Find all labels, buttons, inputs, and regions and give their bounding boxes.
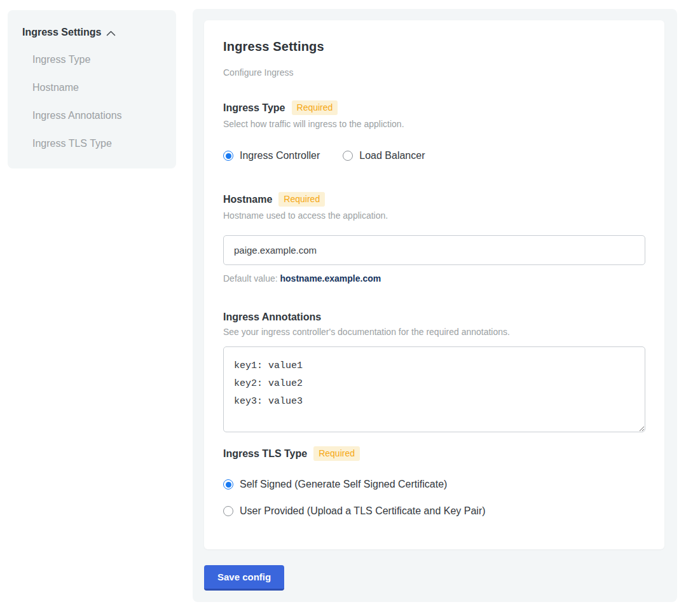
sidebar-item-hostname[interactable]: Hostname bbox=[32, 82, 165, 93]
radio-button-icon[interactable] bbox=[223, 506, 233, 516]
sidebar-item-list: Ingress Type Hostname Ingress Annotation… bbox=[32, 54, 165, 149]
hostname-help: Hostname used to access the application. bbox=[223, 210, 645, 221]
section-hostname: Hostname Required Hostname used to acces… bbox=[223, 192, 645, 284]
config-card: Ingress Settings Configure Ingress Ingre… bbox=[204, 20, 664, 549]
hostname-input[interactable] bbox=[223, 235, 645, 265]
config-nav-sidebar: Ingress Settings Ingress Type Hostname I… bbox=[8, 10, 176, 168]
radio-option-self-signed[interactable]: Self Signed (Generate Self Signed Certif… bbox=[223, 479, 645, 490]
radio-label[interactable]: Load Balancer bbox=[359, 150, 425, 161]
ingress-annotations-textarea[interactable]: key1: value1 key2: value2 key3: value3 bbox=[223, 346, 645, 432]
ingress-tls-radio-group: Self Signed (Generate Self Signed Certif… bbox=[223, 479, 645, 517]
required-badge: Required bbox=[292, 100, 338, 115]
radio-button-checked-icon[interactable] bbox=[223, 151, 233, 161]
section-ingress-tls-type: Ingress TLS Type Required Self Signed (G… bbox=[223, 446, 645, 517]
page-title: Ingress Settings bbox=[223, 39, 645, 54]
radio-option-ingress-controller[interactable]: Ingress Controller bbox=[223, 150, 320, 161]
sidebar-group-title: Ingress Settings bbox=[22, 27, 101, 38]
ingress-annotations-help: See your ingress controller's documentat… bbox=[223, 327, 645, 337]
radio-button-checked-icon[interactable] bbox=[223, 479, 233, 489]
radio-label[interactable]: Self Signed (Generate Self Signed Certif… bbox=[240, 479, 447, 490]
ingress-tls-type-label: Ingress TLS Type bbox=[223, 448, 307, 460]
chevron-up-icon[interactable] bbox=[106, 31, 116, 36]
hostname-label: Hostname bbox=[223, 194, 272, 205]
page-subtitle: Configure Ingress bbox=[223, 67, 645, 78]
radio-label[interactable]: User Provided (Upload a TLS Certificate … bbox=[240, 505, 486, 517]
required-badge: Required bbox=[278, 192, 325, 207]
ingress-annotations-label: Ingress Annotations bbox=[223, 311, 321, 323]
save-config-button[interactable]: Save config bbox=[204, 565, 284, 591]
config-panel: Ingress Settings Configure Ingress Ingre… bbox=[193, 9, 677, 602]
sidebar-group-ingress-settings[interactable]: Ingress Settings bbox=[22, 27, 165, 38]
required-badge: Required bbox=[313, 446, 360, 461]
ingress-type-label: Ingress Type bbox=[223, 102, 285, 114]
radio-button-icon[interactable] bbox=[343, 151, 353, 161]
radio-label[interactable]: Ingress Controller bbox=[240, 150, 320, 161]
default-value-link[interactable]: hostname.example.com bbox=[280, 273, 381, 284]
section-ingress-type: Ingress Type Required Select how traffic… bbox=[223, 100, 645, 161]
sidebar-item-ingress-type[interactable]: Ingress Type bbox=[32, 54, 165, 65]
default-value-prefix: Default value: bbox=[223, 273, 280, 284]
radio-option-user-provided[interactable]: User Provided (Upload a TLS Certificate … bbox=[223, 505, 645, 517]
sidebar-item-ingress-tls-type[interactable]: Ingress TLS Type bbox=[32, 138, 165, 149]
radio-option-load-balancer[interactable]: Load Balancer bbox=[343, 150, 425, 161]
ingress-type-help: Select how traffic will ingress to the a… bbox=[223, 119, 645, 129]
ingress-type-radio-group: Ingress Controller Load Balancer bbox=[223, 150, 645, 161]
sidebar-item-ingress-annotations[interactable]: Ingress Annotations bbox=[32, 110, 165, 121]
hostname-default-line: Default value: hostname.example.com bbox=[223, 273, 645, 284]
section-ingress-annotations: Ingress Annotations See your ingress con… bbox=[223, 311, 645, 432]
